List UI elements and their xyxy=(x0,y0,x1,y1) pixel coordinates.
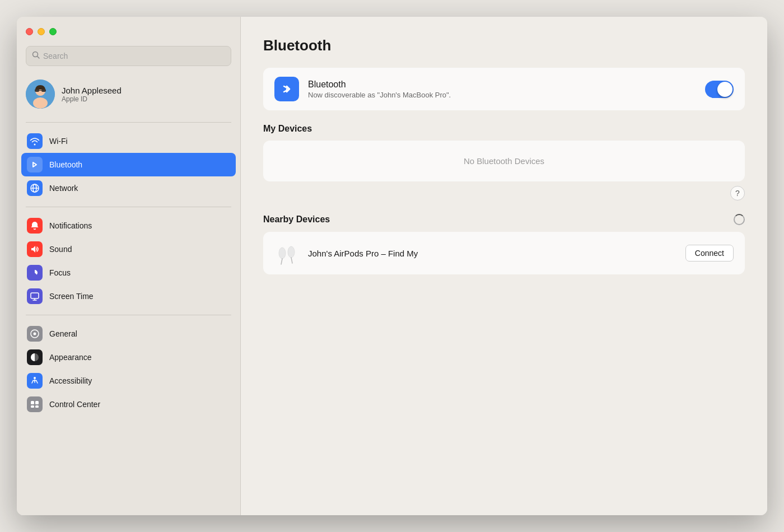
sidebar-item-label-accessibility: Accessibility xyxy=(49,376,92,385)
sidebar-item-label-focus: Focus xyxy=(49,268,71,277)
focus-icon xyxy=(27,265,43,281)
screentime-icon xyxy=(27,288,43,304)
sidebar-item-screentime[interactable]: Screen Time xyxy=(21,284,236,308)
svg-line-24 xyxy=(281,259,282,264)
sidebar-section-network: Wi-Fi Bluetooth Networ xyxy=(17,127,240,202)
svg-point-18 xyxy=(34,377,36,379)
bluetooth-card-subtitle: Now discoverable as "John's MacBook Pro"… xyxy=(308,91,696,99)
sidebar-item-bluetooth[interactable]: Bluetooth xyxy=(21,153,236,176)
divider-2 xyxy=(26,207,231,207)
sidebar-item-label-appearance: Appearance xyxy=(49,353,92,362)
bluetooth-icon xyxy=(27,157,43,172)
nearby-devices-title: Nearby Devices xyxy=(263,214,330,225)
divider-1 xyxy=(26,122,231,123)
accessibility-icon xyxy=(27,373,43,389)
general-icon xyxy=(27,326,43,342)
network-icon xyxy=(27,180,43,196)
sidebar-item-wifi[interactable]: Wi-Fi xyxy=(21,129,236,153)
bluetooth-info: Bluetooth Now discoverable as "John's Ma… xyxy=(308,80,696,99)
no-devices-label: No Bluetooth Devices xyxy=(263,141,745,181)
wifi-icon xyxy=(27,133,43,149)
sound-icon xyxy=(27,241,43,257)
help-row: ? xyxy=(263,186,745,200)
connect-button[interactable]: Connect xyxy=(685,245,734,262)
svg-rect-22 xyxy=(35,405,39,408)
sidebar-item-label-network: Network xyxy=(49,184,78,193)
nearby-devices-card: John's AirPods Pro – Find My Connect xyxy=(263,232,745,274)
sidebar-item-label-general: General xyxy=(49,329,77,338)
settings-window: Search John Appleseed xyxy=(17,17,767,515)
sidebar-item-accessibility[interactable]: Accessibility xyxy=(21,369,236,393)
user-info: John Appleseed Apple ID xyxy=(62,86,122,103)
bluetooth-toggle[interactable] xyxy=(705,81,734,98)
sidebar-item-notifications[interactable]: Notifications xyxy=(21,214,236,237)
svg-point-25 xyxy=(288,246,295,258)
loading-spinner xyxy=(734,214,745,225)
user-subtitle: Apple ID xyxy=(62,95,122,103)
bluetooth-card-icon xyxy=(274,77,299,101)
toggle-knob xyxy=(717,82,732,97)
search-icon xyxy=(32,51,40,61)
sidebar: Search John Appleseed xyxy=(17,17,241,515)
sidebar-item-appearance[interactable]: Appearance xyxy=(21,346,236,369)
sidebar-item-label-screentime: Screen Time xyxy=(49,292,94,301)
svg-rect-20 xyxy=(35,401,39,404)
my-devices-title: My Devices xyxy=(263,124,745,134)
sidebar-item-label-notifications: Notifications xyxy=(49,221,92,230)
svg-line-26 xyxy=(291,258,292,263)
sidebar-item-network[interactable]: Network xyxy=(21,176,236,200)
svg-point-4 xyxy=(33,97,48,109)
appearance-icon xyxy=(27,349,43,365)
titlebar xyxy=(17,17,240,46)
sidebar-item-controlcenter[interactable]: Control Center xyxy=(21,393,236,416)
sidebar-item-label-controlcenter: Control Center xyxy=(49,400,100,409)
notifications-icon xyxy=(27,218,43,234)
my-devices-card: No Bluetooth Devices xyxy=(263,141,745,181)
bluetooth-card: Bluetooth Now discoverable as "John's Ma… xyxy=(263,68,745,110)
nearby-header: Nearby Devices xyxy=(263,214,745,225)
svg-point-23 xyxy=(279,248,286,259)
avatar xyxy=(26,80,55,109)
svg-rect-21 xyxy=(31,405,34,408)
airpods-device-row: John's AirPods Pro – Find My Connect xyxy=(263,232,745,274)
sidebar-item-general[interactable]: General xyxy=(21,322,236,346)
svg-rect-19 xyxy=(31,401,34,404)
bluetooth-card-title: Bluetooth xyxy=(308,80,696,90)
airpods-icon xyxy=(274,241,299,265)
svg-point-16 xyxy=(34,333,36,335)
sidebar-item-label-wifi: Wi-Fi xyxy=(49,137,68,146)
user-name: John Appleseed xyxy=(62,86,122,95)
sidebar-section-preferences: General Appearance xyxy=(17,320,240,418)
search-bar[interactable]: Search xyxy=(26,46,231,66)
help-button[interactable]: ? xyxy=(730,186,745,200)
svg-line-1 xyxy=(38,57,40,59)
sidebar-section-system: Notifications Sound xyxy=(17,212,240,310)
sidebar-item-label-sound: Sound xyxy=(49,245,72,254)
airpods-device-name: John's AirPods Pro – Find My xyxy=(308,249,676,258)
close-button[interactable] xyxy=(26,28,33,35)
user-profile[interactable]: John Appleseed Apple ID xyxy=(17,75,240,118)
svg-rect-12 xyxy=(31,293,39,298)
sidebar-item-focus[interactable]: Focus xyxy=(21,261,236,284)
search-placeholder: Search xyxy=(43,52,68,60)
divider-3 xyxy=(26,315,231,315)
page-title: Bluetooth xyxy=(263,37,745,54)
main-content: Bluetooth Bluetooth Now discoverable as … xyxy=(241,17,767,515)
controlcenter-icon xyxy=(27,396,43,412)
maximize-button[interactable] xyxy=(49,28,57,35)
minimize-button[interactable] xyxy=(38,28,45,35)
sidebar-item-sound[interactable]: Sound xyxy=(21,237,236,261)
sidebar-item-label-bluetooth: Bluetooth xyxy=(49,160,82,169)
